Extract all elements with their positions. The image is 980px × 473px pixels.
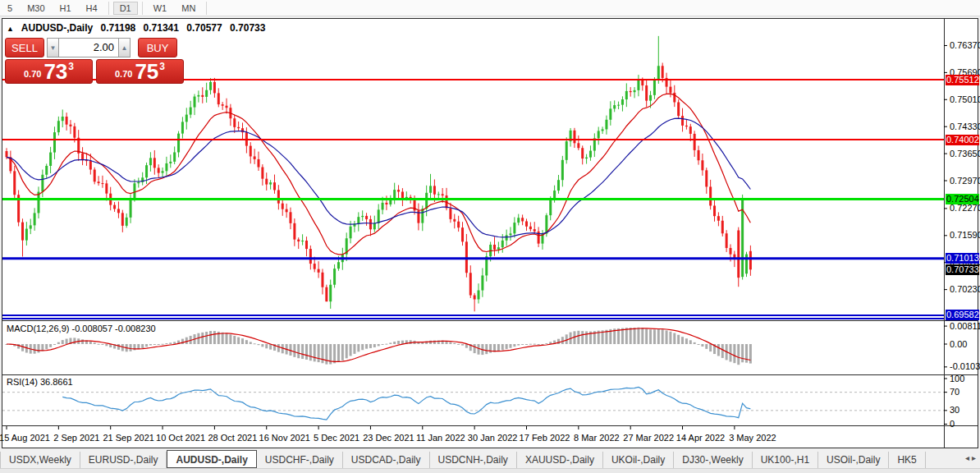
volume-decrease-button[interactable]: ▼: [47, 38, 59, 57]
price-badge-0.74002: 0.74002: [946, 135, 979, 145]
date-label-91: 23 Dec 2021: [363, 433, 414, 443]
one-click-trading-panel: SELL ▼ 2.00 ▲ BUY 0.70 73 3 0.70 75 3: [5, 38, 184, 85]
date-label-52: 28 Oct 2021: [208, 433, 257, 443]
bid-price-box[interactable]: 0.70 73 3: [5, 59, 93, 84]
date-label-78: 5 Dec 2021: [314, 433, 359, 443]
chart-tab-usdcnh-daily[interactable]: USDCNH-,Daily: [430, 452, 517, 468]
chart-tab-eurusd-daily[interactable]: EURUSD-,Daily: [80, 452, 167, 468]
timeframe-button-H4[interactable]: H4: [80, 2, 104, 15]
rsi-tick-30: 30: [950, 405, 959, 415]
rsi-indicator-label: RSI(14) 36.8661: [7, 377, 73, 387]
price-tick-0.76370: 0.76370: [950, 40, 980, 50]
chart-tab-usdchf-daily[interactable]: USDCHF-,Daily: [257, 452, 343, 468]
chart-symbol-title: AUDUSD-,Daily: [21, 22, 93, 34]
volume-input[interactable]: 2.00: [59, 38, 118, 57]
buy-button[interactable]: BUY: [138, 38, 177, 57]
date-label-39: 10 Oct 2021: [156, 433, 205, 443]
date-label-26: 21 Sep 2021: [103, 433, 153, 443]
ohlc-open: 0.71198: [101, 22, 136, 34]
macd-indicator-label: MACD(12,26,9) -0.008057 -0.008230: [7, 324, 156, 333]
collapse-arrow-icon[interactable]: ▲: [7, 25, 14, 33]
chart-header: ▲ AUDUSD-,Daily 0.71198 0.71341 0.70577 …: [7, 22, 270, 34]
price-badge-0.72504: 0.72504: [946, 194, 979, 204]
ohlc-close: 0.70733: [230, 22, 265, 34]
ohlc-high: 0.71341: [144, 22, 179, 34]
bid-price-main: 73: [44, 62, 67, 81]
price-tick-0.72970: 0.72970: [950, 176, 980, 186]
ask-price-prefix: 0.70: [115, 69, 132, 79]
tab-scroll-right-icon[interactable]: ▸: [972, 453, 978, 462]
price-badge-0.69582: 0.69582: [946, 310, 979, 320]
bid-price-pip: 3: [68, 61, 74, 72]
mt4-terminal: 5M30H1H4D1W1MN ▲ AUDUSD-,Daily 0.71198 0…: [0, 0, 980, 473]
date-label-156: 27 Mar 2022: [623, 433, 674, 443]
price-tick-0.75010: 0.75010: [950, 94, 980, 104]
date-label-0: 15 Aug 2021: [0, 433, 50, 443]
timeframe-button-M30[interactable]: M30: [21, 2, 51, 15]
rsi-tick-70: 70: [950, 387, 959, 397]
chart-tab-ukoil-daily[interactable]: UKOil-,Daily: [603, 452, 674, 468]
tab-scroll-arrows[interactable]: ◂▸: [965, 453, 978, 462]
window-bottom-strip: [0, 468, 980, 473]
chart-tab-usdcad-daily[interactable]: USDCAD-,Daily: [343, 452, 430, 468]
sell-button[interactable]: SELL: [5, 38, 44, 57]
date-label-143: 8 Mar 2022: [574, 433, 620, 443]
chart-tab-usoil-daily[interactable]: USOil-,Daily: [818, 452, 889, 468]
price-tick-0.71590: 0.71590: [950, 230, 980, 240]
timeframe-button-MN[interactable]: MN: [175, 2, 202, 15]
price-badge-0.75512: 0.75512: [946, 75, 979, 85]
chart-tab-xauusd-daily[interactable]: XAUUSD-,Daily: [517, 452, 603, 468]
chart-tab-usdx-weekly[interactable]: USDX,Weekly: [0, 452, 80, 468]
chart-tab-audusd-daily[interactable]: AUDUSD-,Daily: [167, 450, 256, 468]
price-tick-0.73650: 0.73650: [950, 149, 980, 158]
price-tick-0.70230: 0.70230: [950, 284, 980, 294]
price-badge-0.71013: 0.71013: [946, 253, 979, 264]
rsi-tick-100: 100: [950, 374, 964, 383]
date-label-182: 3 May 2022: [729, 433, 776, 443]
chart-tab-hk5[interactable]: HK5: [889, 452, 925, 468]
rsi-tick-0: 0: [950, 419, 955, 429]
volume-increase-button[interactable]: ▲: [118, 38, 131, 57]
chart-tab-dj30-weekly[interactable]: DJ30-,Weekly: [674, 452, 752, 468]
ohlc-low: 0.70577: [186, 22, 222, 34]
chart-tab-bar: USDX,WeeklyEURUSD-,DailyAUDUSD-,DailyUSD…: [0, 450, 980, 468]
macd-tick-0.00: 0.00: [950, 339, 967, 349]
macd-tick--0.010311: -0.010311: [950, 361, 980, 371]
price-tick-0.74330: 0.74330: [950, 122, 980, 131]
timeframe-button-5[interactable]: 5: [1, 2, 19, 15]
date-label-65: 16 Nov 2021: [259, 433, 310, 443]
chart-tab-uk100-h1[interactable]: UK100-,H1: [753, 452, 818, 468]
date-label-130: 17 Feb 2022: [520, 433, 570, 443]
date-label-117: 30 Jan 2022: [468, 433, 518, 443]
ask-price-box[interactable]: 0.70 75 3: [96, 59, 184, 84]
price-badge-0.70733: 0.70733: [946, 264, 979, 275]
macd-tick-0.00811: 0.00811: [950, 321, 980, 331]
date-label-169: 14 Apr 2022: [676, 433, 725, 443]
date-label-104: 11 Jan 2022: [416, 433, 465, 443]
bid-price-prefix: 0.70: [24, 69, 41, 79]
timeframe-button-D1[interactable]: D1: [113, 2, 138, 15]
date-label-13: 2 Sep 2021: [53, 433, 99, 443]
timeframe-button-H1[interactable]: H1: [53, 2, 78, 15]
timeframe-button-W1[interactable]: W1: [147, 2, 174, 15]
ask-price-pip: 3: [159, 61, 165, 72]
ask-price-main: 75: [135, 62, 158, 81]
tab-scroll-left-icon[interactable]: ◂: [965, 453, 972, 462]
price-tick-0.72270: 0.72270: [950, 203, 980, 213]
timeframe-toolbar: 5M30H1H4D1W1MN: [0, 0, 980, 16]
